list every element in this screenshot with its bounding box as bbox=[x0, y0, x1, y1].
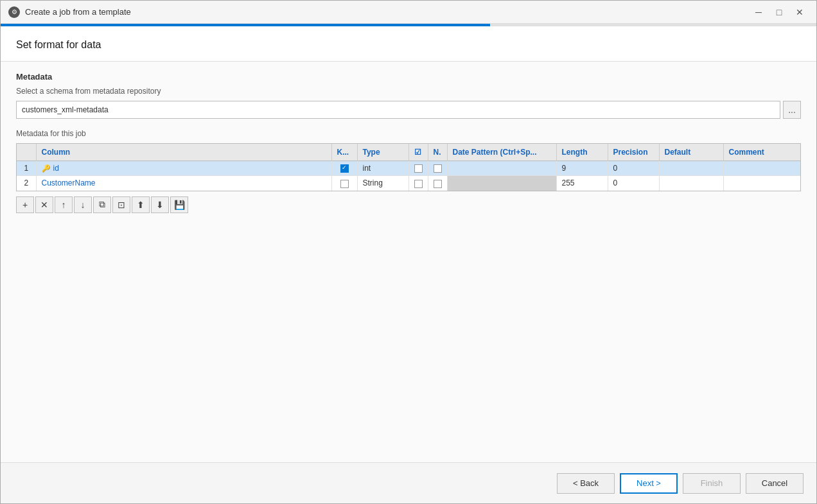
col-header-type: Type bbox=[357, 144, 409, 161]
check-checkbox[interactable] bbox=[414, 164, 423, 173]
col-header-num bbox=[17, 144, 36, 161]
row-comment[interactable] bbox=[723, 161, 800, 176]
row-check-cell[interactable] bbox=[409, 161, 428, 176]
table-header-row: Column K... Type ☑ N. Date Pattern (Ctrl… bbox=[17, 144, 800, 161]
schema-input-row: ... bbox=[16, 101, 801, 119]
minimize-button[interactable]: ─ bbox=[750, 5, 768, 19]
move-down-button[interactable]: ↓ bbox=[74, 196, 92, 213]
row-length[interactable]: 9 bbox=[556, 161, 608, 176]
row-length[interactable]: 255 bbox=[556, 176, 608, 191]
col-header-check: ☑ bbox=[409, 144, 428, 161]
close-button[interactable]: ✕ bbox=[791, 5, 809, 19]
next-button[interactable]: Next > bbox=[620, 473, 678, 494]
row-key-checkbox-cell[interactable] bbox=[331, 176, 357, 191]
add-row-button[interactable]: + bbox=[16, 196, 34, 213]
page-header: Set format for data bbox=[1, 26, 816, 62]
content-area: Metadata Select a schema from metadata r… bbox=[1, 62, 816, 462]
row-nullable-cell[interactable] bbox=[428, 176, 447, 191]
col-header-default: Default bbox=[659, 144, 723, 161]
check-checkbox[interactable] bbox=[414, 180, 423, 188]
window-title: Create a job from a template bbox=[25, 7, 750, 17]
save-button[interactable]: 💾 bbox=[170, 196, 188, 213]
col-header-key: K... bbox=[331, 144, 357, 161]
key-checkbox[interactable] bbox=[340, 180, 349, 188]
nullable-checkbox[interactable] bbox=[434, 180, 442, 188]
col-header-comment: Comment bbox=[723, 144, 800, 161]
row-type[interactable]: String bbox=[357, 176, 409, 191]
table-row[interactable]: 2CustomerNameString2550 bbox=[17, 176, 800, 191]
row-column-name[interactable]: CustomerName bbox=[36, 176, 331, 191]
row-number: 2 bbox=[17, 176, 36, 191]
col-header-precision: Precision bbox=[608, 144, 659, 161]
metadata-table-container: Column K... Type ☑ N. Date Pattern (Ctrl… bbox=[16, 143, 801, 191]
key-checkbox[interactable] bbox=[340, 164, 349, 173]
schema-browse-button[interactable]: ... bbox=[783, 101, 801, 119]
col-header-column: Column bbox=[36, 144, 331, 161]
row-check-cell[interactable] bbox=[409, 176, 428, 191]
row-key-checkbox-cell[interactable] bbox=[331, 161, 357, 176]
col-header-date-pattern: Date Pattern (Ctrl+Sp... bbox=[447, 144, 556, 161]
import-button[interactable]: ⬆ bbox=[132, 196, 150, 213]
page-title: Set format for data bbox=[16, 39, 801, 51]
col-header-length: Length bbox=[556, 144, 608, 161]
row-precision[interactable]: 0 bbox=[608, 176, 659, 191]
app-icon: ⚙ bbox=[8, 6, 20, 18]
main-window: ⚙ Create a job from a template ─ □ ✕ Set… bbox=[0, 0, 817, 504]
metadata-section-title: Metadata bbox=[16, 72, 801, 82]
export-button[interactable]: ⬇ bbox=[151, 196, 169, 213]
column-name-text: CustomerName bbox=[42, 178, 96, 187]
row-default[interactable] bbox=[659, 176, 723, 191]
row-date-pattern[interactable] bbox=[447, 176, 556, 191]
col-header-nullable: N. bbox=[428, 144, 447, 161]
metadata-table: Column K... Type ☑ N. Date Pattern (Ctrl… bbox=[17, 144, 800, 191]
move-up-button[interactable]: ↑ bbox=[55, 196, 73, 213]
row-type[interactable]: int bbox=[357, 161, 409, 176]
schema-input[interactable] bbox=[16, 101, 780, 119]
table-label: Metadata for this job bbox=[16, 129, 801, 138]
row-date-pattern[interactable] bbox=[447, 161, 556, 176]
maximize-button[interactable]: □ bbox=[770, 5, 788, 19]
schema-subtitle: Select a schema from metadata repository bbox=[16, 87, 801, 96]
dialog-footer: < Back Next > Finish Cancel bbox=[1, 462, 816, 503]
back-button[interactable]: < Back bbox=[557, 473, 615, 494]
key-icon: 🔑 bbox=[42, 164, 51, 172]
delete-row-button[interactable]: ✕ bbox=[35, 196, 53, 213]
column-name-text: id bbox=[53, 164, 59, 173]
paste-button[interactable]: ⊡ bbox=[112, 196, 130, 213]
row-default[interactable] bbox=[659, 161, 723, 176]
cancel-button[interactable]: Cancel bbox=[746, 473, 804, 494]
title-bar: ⚙ Create a job from a template ─ □ ✕ bbox=[1, 1, 816, 24]
table-toolbar: + ✕ ↑ ↓ ⧉ ⊡ ⬆ ⬇ 💾 bbox=[16, 191, 801, 216]
nullable-checkbox[interactable] bbox=[434, 164, 442, 173]
copy-button[interactable]: ⧉ bbox=[93, 196, 111, 213]
row-nullable-cell[interactable] bbox=[428, 161, 447, 176]
window-controls: ─ □ ✕ bbox=[750, 5, 809, 19]
table-row[interactable]: 1🔑idint90 bbox=[17, 161, 800, 176]
row-precision[interactable]: 0 bbox=[608, 161, 659, 176]
row-comment[interactable] bbox=[723, 176, 800, 191]
finish-button: Finish bbox=[683, 473, 741, 494]
row-number: 1 bbox=[17, 161, 36, 176]
row-column-name[interactable]: 🔑id bbox=[36, 161, 331, 176]
